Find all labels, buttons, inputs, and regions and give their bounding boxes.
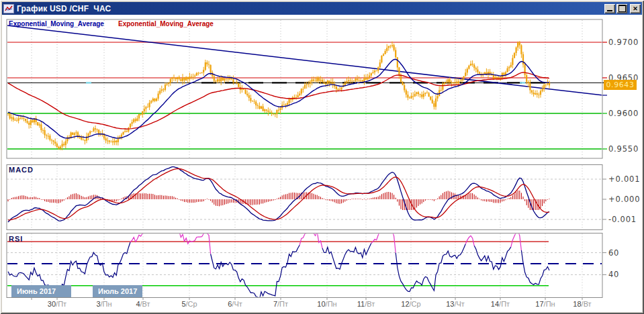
close-icon[interactable]: ✕: [630, 4, 641, 13]
chart-icon: [3, 4, 14, 13]
macd-line: [8, 167, 549, 222]
main-chart-layer: [7, 25, 602, 150]
window-controls: ✕: [604, 4, 641, 13]
price-axis-label: 0.9600: [608, 109, 639, 118]
current-price-tag: 0.9643: [604, 80, 637, 90]
maximize-icon[interactable]: [616, 4, 627, 13]
title-bar[interactable]: График USD /CHF ЧАС ✕: [2, 2, 642, 15]
minimize-icon[interactable]: [604, 4, 615, 13]
date-label: 12/Ср: [401, 300, 420, 308]
rsi-line-segment: [322, 244, 371, 270]
macd-panel-label: MACD: [9, 166, 34, 174]
price-axis: 0.97000.96500.96000.9550+0.001+0.000-0.0…: [602, 38, 640, 279]
month-label-june: Июнь 2017: [11, 285, 71, 297]
macd-layer: [7, 167, 602, 222]
rsi-line-segment: [474, 246, 511, 269]
date-label: 18/Вт: [573, 300, 591, 308]
chart-content[interactable]: 0.97000.96500.96000.9550+0.001+0.000-0.0…: [2, 15, 642, 312]
date-label: 13/Чт: [446, 300, 465, 308]
price-axis-label: 0.9550: [608, 144, 639, 154]
date-label: 17/Пн: [535, 300, 555, 308]
date-label: 14/Пт: [491, 300, 510, 308]
date-label: 30/Пт: [48, 300, 66, 308]
chart-canvas[interactable]: 0.97000.96500.96000.9550+0.001+0.000-0.0…: [2, 15, 642, 312]
date-label: 10/Пн: [317, 300, 336, 308]
date-label: 11/Вт: [357, 300, 375, 308]
date-label: 4/Вт: [136, 300, 150, 308]
rsi-line-segment: [130, 231, 211, 254]
ema-fast-line: [8, 59, 549, 138]
rsi-axis-label: 40: [608, 270, 619, 279]
candle-bodies: [8, 42, 549, 148]
macd-axis-label: -0.001: [608, 215, 637, 224]
macd-axis-label: +0.001: [608, 174, 640, 184]
price-axis-label: 0.9700: [608, 38, 639, 47]
chart-window: График USD /CHF ЧАС ✕ 0.97000.96500.9600…: [0, 0, 644, 314]
rsi-line-segment: [211, 245, 300, 299]
date-label: 6/Чт: [228, 300, 242, 308]
date-label: 3/Пн: [96, 300, 111, 308]
window-title: График USD /CHF ЧАС: [17, 4, 602, 13]
ema-fast-label: Exponential_Moving_Average: [9, 20, 104, 28]
time-axis: 30/Пт3/Пн4/Вт5/Ср6/Чт7/Пт10/Пн11/Вт12/Ср…: [32, 298, 592, 309]
rsi-panel-label: RSI: [9, 235, 23, 243]
date-label: 7/Пт: [273, 300, 288, 308]
month-label-july: Июль 2017: [93, 285, 142, 297]
rsi-line-segment: [396, 244, 465, 292]
rsi-line-segment: [511, 231, 522, 250]
macd-axis-label: +0.000: [608, 195, 640, 204]
rsi-line-segment: [465, 235, 474, 246]
rsi-axis-label: 60: [608, 248, 619, 258]
macd-signal-line: [8, 168, 549, 220]
ema-slow-label: Exponential_Moving_Average: [118, 20, 214, 28]
date-label: 5/Ср: [181, 300, 197, 308]
